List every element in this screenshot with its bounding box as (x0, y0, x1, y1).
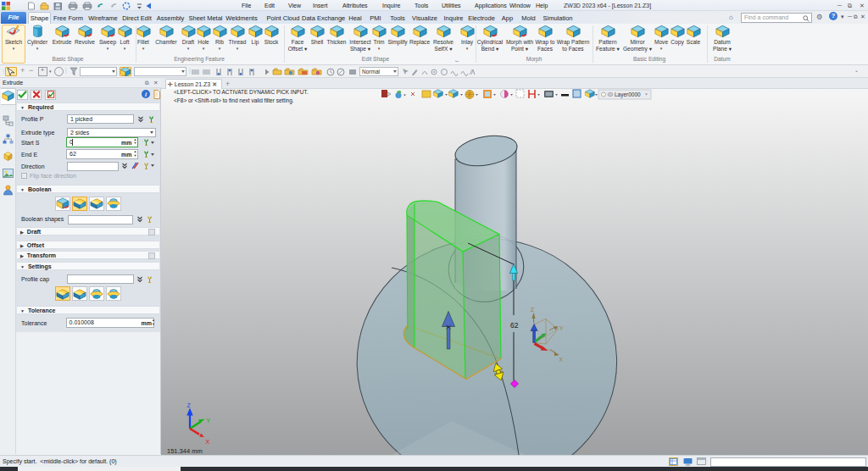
svg-text:151.344 mm: 151.344 mm (167, 447, 203, 455)
svg-text:Z: Z (187, 402, 192, 408)
svg-text:X: X (559, 357, 564, 363)
svg-text:Y: Y (207, 418, 211, 424)
svg-text:Z: Z (531, 307, 534, 313)
svg-text:Y: Y (559, 325, 564, 331)
svg-text:X: X (206, 439, 210, 445)
svg-text:62: 62 (510, 321, 519, 330)
svg-text:Layer0000: Layer0000 (615, 91, 641, 98)
